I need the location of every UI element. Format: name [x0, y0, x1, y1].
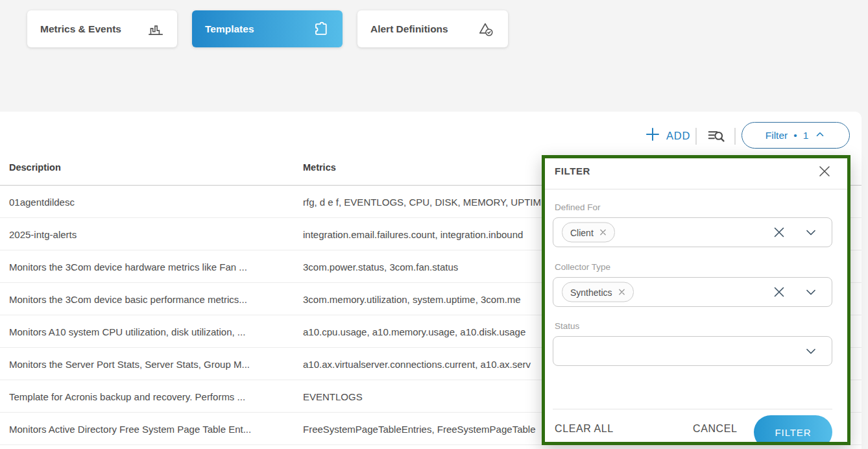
metrics-cell: 3com.power.status, 3com.fan.status	[303, 261, 458, 272]
clear-field-icon[interactable]	[772, 285, 786, 299]
chevron-down-icon[interactable]	[803, 343, 819, 359]
chip-client: Client	[562, 223, 615, 243]
metrics-cell: 3com.memory.utilization, system.uptime, …	[303, 293, 521, 304]
filter-toggle-button[interactable]: Filter • 1	[741, 122, 850, 149]
chevron-down-icon[interactable]	[803, 284, 819, 300]
chip-client-label: Client	[570, 227, 594, 237]
clear-field-icon[interactable]	[772, 225, 786, 239]
plus-icon	[645, 127, 660, 145]
status-label: Status	[555, 321, 579, 331]
description-cell: Template for Acronis backup and recovery…	[9, 391, 245, 402]
close-icon[interactable]	[817, 164, 832, 178]
chip-synthetics: Synthetics	[562, 282, 634, 302]
column-header-metrics[interactable]: Metrics	[303, 162, 336, 173]
tab-metrics-events-label: Metrics & Events	[40, 23, 121, 35]
filter-count: 1	[803, 130, 809, 141]
tab-templates-label: Templates	[205, 23, 254, 35]
chip-remove-icon[interactable]	[618, 289, 625, 296]
metrics-cell: a10.cpu.usage, a10.memory.usage, a10.dis…	[303, 326, 525, 337]
description-cell: 01agentdildesc	[9, 196, 75, 207]
toolbar-divider	[695, 128, 697, 145]
description-cell: Monitors A10 system CPU utilization, dis…	[9, 326, 245, 337]
add-button-label: ADD	[666, 130, 690, 142]
alert-shield-icon	[477, 21, 495, 38]
metrics-cell: integration.email.failures.count, integr…	[303, 228, 523, 239]
metrics-cell: a10.ax.virtualserver.connections.current…	[303, 358, 531, 369]
filter-count-separator: •	[793, 130, 797, 141]
column-header-description[interactable]: Description	[9, 162, 61, 173]
description-cell: Monitors the 3Com device hardware metric…	[9, 261, 247, 272]
filter-panel-footer-divider	[553, 409, 832, 409]
metrics-cell: rfg, d e f, EVENTLOGS, CPU, DISK, MEMORY…	[303, 196, 548, 207]
search-list-icon	[706, 138, 726, 148]
collector-type-label: Collector Type	[555, 262, 610, 272]
puzzle-icon	[312, 20, 330, 38]
collector-type-select[interactable]: Synthetics	[553, 277, 832, 307]
search-list-button[interactable]	[706, 127, 726, 146]
filter-panel-title: FILTER	[555, 165, 590, 176]
templates-page: Metrics & Events Templates Alert Definit…	[0, 0, 868, 449]
description-cell: Monitors the 3Com device basic performan…	[9, 293, 247, 304]
defined-for-select[interactable]: Client	[553, 217, 832, 247]
chevron-down-icon[interactable]	[803, 224, 819, 240]
tab-alert-definitions[interactable]: Alert Definitions	[357, 10, 508, 47]
filter-panel: FILTER Defined For Client Collector Type	[542, 155, 850, 445]
toolbar-divider	[734, 128, 736, 145]
chevron-up-icon	[814, 128, 826, 143]
cancel-button[interactable]: CANCEL	[693, 421, 738, 437]
histogram-icon	[147, 21, 164, 37]
metrics-cell: EVENTLOGS	[303, 391, 363, 402]
tab-templates[interactable]: Templates	[192, 10, 343, 47]
filter-toggle-label: Filter	[766, 130, 788, 141]
description-cell: 2025-intg-alerts	[9, 228, 77, 239]
status-select[interactable]	[553, 336, 832, 366]
clear-all-button[interactable]: CLEAR ALL	[555, 421, 614, 437]
tab-alert-definitions-label: Alert Definitions	[370, 23, 448, 35]
metrics-cell: FreeSystemPageTableEntries, FreeSystemPa…	[303, 423, 536, 434]
chip-synthetics-label: Synthetics	[570, 287, 612, 297]
description-cell: Monitors Active Directory Free System Pa…	[9, 423, 251, 434]
filter-panel-divider	[545, 189, 847, 189]
description-cell: Monitors the Server Port Stats, Server S…	[9, 358, 250, 369]
chip-remove-icon[interactable]	[599, 229, 607, 236]
tab-metrics-events[interactable]: Metrics & Events	[27, 10, 177, 47]
defined-for-label: Defined For	[555, 202, 601, 212]
apply-filter-button[interactable]: FILTER	[754, 415, 832, 445]
add-button[interactable]: ADD	[641, 126, 694, 145]
